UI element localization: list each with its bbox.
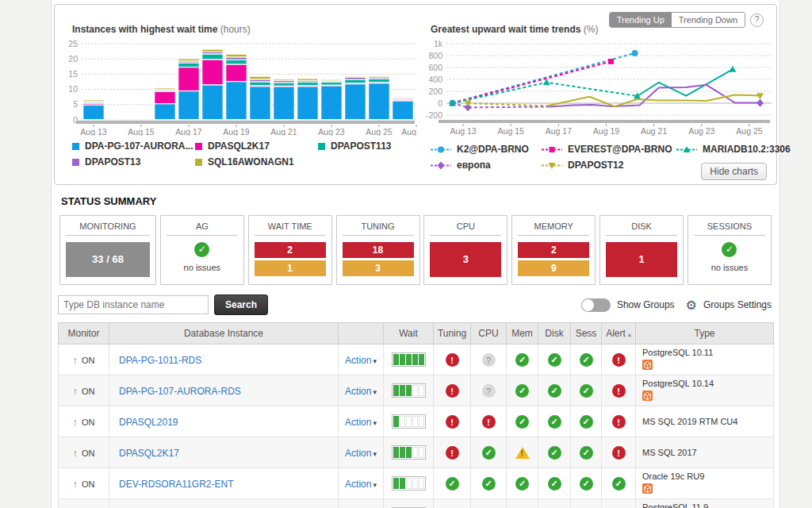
table-row: ↑ONDPA-PG-107-AURORA-RDSAction▾!?✓✓✓!Pos… bbox=[59, 375, 774, 406]
status-card-title: MEMORY bbox=[518, 221, 589, 236]
legend-item[interactable]: DPA-PG-107-AURORA... bbox=[72, 140, 195, 152]
bar-chart-title-text: Instances with highest wait time bbox=[72, 24, 217, 35]
hide-charts-button[interactable]: Hide charts bbox=[701, 163, 767, 180]
status-card-monitoring[interactable]: MONITORING33 / 68 bbox=[59, 215, 156, 285]
legend-item[interactable]: K2@DPA-BRNO bbox=[431, 144, 542, 155]
cpu-status-cell: ! bbox=[471, 406, 507, 437]
legend-label: EVEREST@DPA-BRNO bbox=[568, 144, 672, 155]
cube-glyph bbox=[644, 485, 651, 493]
legend-item[interactable]: DPASQL2K17 bbox=[195, 140, 318, 152]
db-instance-link[interactable]: DEV-RDSORA11GR2-ENT bbox=[109, 479, 233, 490]
search-input[interactable] bbox=[58, 295, 209, 314]
svg-text:800: 800 bbox=[428, 51, 442, 60]
svg-text:Aug 23: Aug 23 bbox=[688, 126, 714, 136]
action-cell: Action▾ bbox=[339, 499, 384, 508]
status-card-title: WAIT TIME bbox=[255, 221, 326, 236]
toolbar-right: Show Groups ⚙ Groups Settings bbox=[581, 298, 772, 313]
tuning-status-cell: ! bbox=[434, 437, 471, 468]
warning-count-bar: 1 bbox=[255, 260, 326, 276]
mem-warning-icon: ! bbox=[515, 447, 530, 459]
mem-status-cell: ✓ bbox=[507, 499, 538, 508]
wait-cell bbox=[384, 344, 434, 375]
wait-level-indicator bbox=[392, 383, 426, 398]
db-type-label: PostgreSQL 10.11 bbox=[642, 348, 773, 358]
action-cell: Action▾ bbox=[339, 344, 384, 375]
legend-row: K2@DPA-BRNOEVEREST@DPA-BRNOMARIADB10.2:3… bbox=[431, 144, 791, 155]
charts-panel: Trending Up Trending Down ? Instances wi… bbox=[54, 4, 777, 185]
cube-glyph bbox=[644, 392, 651, 400]
status-cards: MONITORING33 / 68AG✓no issuesWAIT TIME21… bbox=[59, 215, 772, 285]
sess-ok-icon: ✓ bbox=[580, 353, 593, 367]
legend-item[interactable]: DPAPOST13 bbox=[72, 156, 195, 167]
trending-down-button[interactable]: Trending Down bbox=[672, 13, 745, 27]
svg-text:Aug 25: Aug 25 bbox=[366, 127, 392, 136]
table-row: ↑ONDPASQL2019Action▾!!✓✓✓!MS SQL 2019 RT… bbox=[59, 406, 774, 437]
mem-status-cell: ✓ bbox=[507, 344, 538, 375]
status-card-memory[interactable]: MEMORY29 bbox=[511, 215, 596, 285]
line-chart-container: Greatest upward wait time trends (%) 1k8… bbox=[419, 24, 791, 175]
monitor-cell[interactable]: ↑ON bbox=[59, 437, 109, 468]
svg-text:400: 400 bbox=[428, 75, 442, 84]
groups-settings-label[interactable]: Groups Settings bbox=[703, 299, 772, 310]
type-cell: PostgreSQL 10.11 bbox=[636, 344, 774, 375]
legend-item[interactable]: DPAPOST113 bbox=[318, 140, 391, 152]
db-instance-link[interactable]: DPA-PG-1011-RDS bbox=[109, 355, 201, 366]
action-cell: Action▾ bbox=[339, 406, 384, 437]
status-card-cpu[interactable]: CPU3 bbox=[423, 215, 508, 285]
type-cell: PostgreSQL 10.14 bbox=[636, 375, 774, 406]
svg-text:15: 15 bbox=[68, 69, 78, 79]
db-instance-link[interactable]: DPASQL2019 bbox=[109, 417, 178, 428]
table-row: ↑ONDPASQL2K17Action▾!✓!✓✓!MS SQL 2017 bbox=[59, 437, 774, 468]
legend-item[interactable]: EVEREST@DPA-BRNO bbox=[542, 144, 676, 155]
alert-status-cell: ✓ bbox=[602, 499, 636, 508]
help-icon[interactable]: ? bbox=[750, 13, 764, 27]
db-instance-link[interactable]: DPASQL2K17 bbox=[109, 448, 179, 459]
sess-status-cell: ✓ bbox=[571, 437, 602, 468]
status-card-tuning[interactable]: TUNING183 bbox=[336, 215, 420, 285]
col-cpu: CPU bbox=[471, 323, 507, 344]
action-dropdown[interactable]: Action▾ bbox=[345, 417, 377, 428]
status-summary-heading: STATUS SUMMARY bbox=[61, 195, 772, 207]
gear-icon[interactable]: ⚙ bbox=[686, 298, 697, 313]
cpu-status-cell: ✓ bbox=[471, 468, 507, 499]
monitor-cell[interactable]: ↑ON bbox=[59, 375, 109, 406]
monitor-cell[interactable]: ↑ON bbox=[59, 344, 109, 375]
status-card-ag[interactable]: AG✓no issues bbox=[160, 215, 244, 285]
action-dropdown[interactable]: Action▾ bbox=[345, 448, 377, 459]
action-dropdown[interactable]: Action▾ bbox=[345, 479, 377, 490]
col-alert[interactable]: Alert▴ bbox=[602, 323, 636, 344]
bar-chart: 0510152025Aug 13Aug 15Aug 17Aug 19Aug 21… bbox=[61, 37, 419, 136]
monitor-cell[interactable]: ↑ON bbox=[59, 499, 109, 508]
monitor-cell[interactable]: ↑ON bbox=[59, 406, 109, 437]
status-card-sessions[interactable]: SESSIONS✓no issues bbox=[688, 215, 772, 285]
mem-ok-icon: ✓ bbox=[515, 353, 529, 367]
status-card-wait-time[interactable]: WAIT TIME21 bbox=[248, 215, 332, 285]
db-instance-cell: DPA-PG-107-AURORA-RDS bbox=[109, 375, 339, 406]
legend-item[interactable]: MARIADB10.2:3306 bbox=[676, 144, 791, 155]
show-groups-toggle[interactable] bbox=[581, 298, 611, 312]
monitor-state-label: ON bbox=[82, 479, 95, 489]
status-card-title: CPU bbox=[430, 221, 501, 236]
action-dropdown[interactable]: Action▾ bbox=[345, 386, 377, 397]
status-card-title: DISK bbox=[606, 221, 677, 236]
trending-up-button[interactable]: Trending Up bbox=[610, 13, 672, 27]
disk-ok-icon: ✓ bbox=[548, 477, 561, 491]
sess-status-cell: ✓ bbox=[571, 344, 602, 375]
legend-item[interactable]: DPAPOST12 bbox=[542, 160, 676, 171]
search-button[interactable]: Search bbox=[214, 294, 268, 315]
sess-status-cell: ✓ bbox=[571, 468, 602, 499]
action-dropdown[interactable]: Action▾ bbox=[345, 355, 377, 366]
alert-ok-icon: ✓ bbox=[612, 477, 626, 491]
legend-item[interactable]: европа bbox=[431, 160, 542, 171]
status-card-disk[interactable]: DISK1 bbox=[599, 215, 684, 285]
svg-text:Aug 19: Aug 19 bbox=[223, 127, 249, 136]
db-instance-link[interactable]: DPA-PG-107-AURORA-RDS bbox=[109, 386, 241, 397]
alert-critical-icon: ! bbox=[612, 446, 626, 460]
tuning-ok-icon: ✓ bbox=[446, 477, 459, 491]
sess-status-cell: ✓ bbox=[571, 499, 602, 508]
monitor-up-arrow-icon: ↑ bbox=[73, 478, 79, 490]
monitor-cell[interactable]: ↑ON bbox=[59, 468, 109, 499]
legend-item[interactable]: SQL16AWONAGN1 bbox=[195, 156, 318, 167]
table-row: ↑ONDPA-PG-114-AURORA-RDS-READERAction▾!?… bbox=[59, 499, 774, 508]
disk-status-cell: ✓ bbox=[538, 468, 571, 499]
